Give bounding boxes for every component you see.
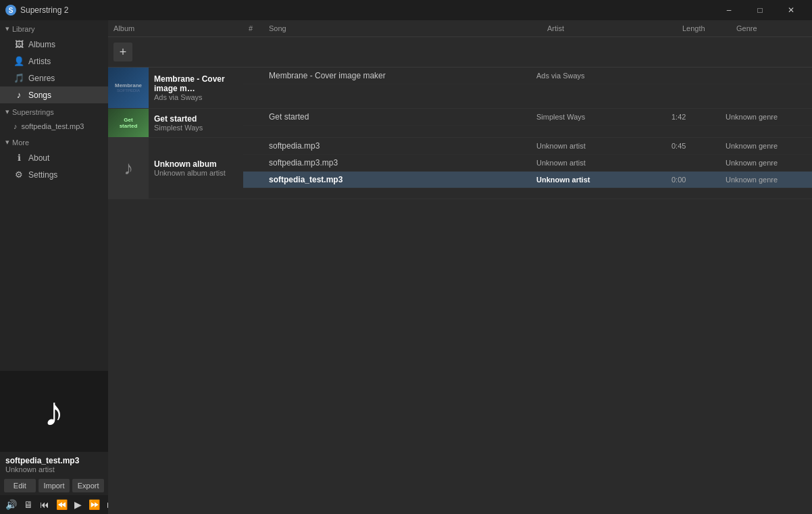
sidebar-item-artists[interactable]: 👤 Artists — [0, 53, 108, 70]
titlebar: S Superstring 2 – □ ✕ — [0, 0, 812, 20]
library-label: Library — [12, 25, 35, 33]
sidebar-file-item[interactable]: ♪ softpedia_test.mp3 — [0, 119, 108, 134]
now-playing-info: softpedia_test.mp3 Unknown artist — [0, 452, 108, 476]
album-art-unknown: ♪ — [108, 138, 149, 199]
album-thumb-unknown: ♪ — [108, 138, 149, 199]
col-song: Song — [263, 24, 542, 32]
album-tracks-membrane: Membrane - Cover image maker Ads via Swa… — [243, 68, 812, 108]
track-row[interactable]: softpedia.mp3.mp3 Unknown artist Unknown… — [243, 155, 812, 172]
track-name: softpedia.mp3 — [269, 141, 536, 151]
track-genre: Unknown genre — [726, 176, 807, 184]
export-button[interactable]: Export — [72, 479, 104, 492]
screen-button[interactable]: 🖥 — [22, 498, 34, 511]
track-length: 1:42 — [671, 113, 726, 121]
track-genre: Unknown genre — [726, 113, 807, 121]
play-button[interactable]: ▶ — [73, 498, 83, 511]
edit-button[interactable]: Edit — [4, 479, 36, 492]
track-length: 0:45 — [671, 142, 726, 150]
track-row[interactable]: softpedia.mp3 Unknown artist 0:45 Unknow… — [243, 138, 812, 155]
artists-icon: 👤 — [14, 56, 24, 66]
content: Album # Song Artist Length Genre + Membr… — [108, 20, 812, 514]
now-playing-buttons: Edit Import Export — [0, 476, 108, 495]
more-section-header[interactable]: ▾ More — [0, 134, 108, 149]
sidebar-genres-label: Genres — [28, 74, 55, 83]
sidebar-file-label: softpedia_test.mp3 — [22, 122, 84, 130]
sidebar-settings-label: Settings — [28, 170, 57, 180]
album-row-unknown: ♪ Unknown album Unknown album artist sof… — [108, 138, 812, 199]
now-playing-title: softpedia_test.mp3 — [5, 456, 103, 465]
track-row[interactable]: Membrane - Cover image maker Ads via Swa… — [243, 68, 812, 84]
sidebar: ▾ Library 🖼 Albums 👤 Artists 🎵 Genres ♪ … — [0, 20, 108, 514]
chevron-down-icon: ▾ — [5, 24, 9, 33]
track-name-active: softpedia_test.mp3 — [269, 175, 536, 184]
songs-icon: ♪ — [14, 90, 24, 100]
track-artist: Ads via Sways — [536, 72, 671, 80]
track-name: Get started — [269, 112, 536, 122]
main: ▾ Library 🖼 Albums 👤 Artists 🎵 Genres ♪ … — [0, 20, 812, 514]
album-artist-getstarted: Simplest Ways — [154, 124, 238, 132]
sidebar-artists-label: Artists — [28, 57, 51, 66]
genres-icon: 🎵 — [14, 73, 24, 83]
track-genre: Unknown genre — [726, 142, 807, 150]
add-album-button[interactable]: + — [113, 43, 132, 61]
sidebar-songs-label: Songs — [28, 91, 51, 100]
album-row-getstarted: Getstarted Get started Simplest Ways Get… — [108, 109, 812, 138]
settings-icon: ⚙ — [14, 170, 24, 180]
maximize-button[interactable]: □ — [744, 0, 776, 20]
track-artist: Unknown artist — [536, 159, 671, 167]
album-name-unknown: Unknown album — [154, 159, 238, 169]
track-name: Membrane - Cover image maker — [269, 71, 536, 80]
minimize-button[interactable]: – — [713, 0, 744, 20]
track-name: softpedia.mp3.mp3 — [269, 158, 536, 168]
track-genre: Unknown genre — [726, 159, 807, 167]
file-music-icon: ♪ — [14, 122, 18, 130]
sidebar-item-about[interactable]: ℹ About — [0, 149, 108, 166]
track-artist: Unknown artist — [536, 142, 671, 150]
chevron-down-icon-3: ▾ — [5, 138, 9, 147]
track-artist-active: Unknown artist — [536, 176, 671, 184]
titlebar-left: S Superstring 2 — [5, 5, 68, 16]
sidebar-item-albums[interactable]: 🖼 Albums — [0, 36, 108, 53]
col-num: # — [243, 24, 263, 32]
import-button[interactable]: Import — [39, 479, 70, 492]
col-artist: Artist — [542, 24, 677, 32]
more-label: More — [12, 138, 29, 147]
col-genre: Genre — [731, 24, 812, 32]
album-thumb-membrane: Membrane SOFTPEDIA — [108, 68, 149, 108]
album-name-getstarted: Get started — [154, 114, 238, 124]
tracks-area: Membrane SOFTPEDIA Membrane - Cover imag… — [108, 68, 812, 514]
close-button[interactable]: ✕ — [776, 0, 807, 20]
now-playing-panel: ♪ softpedia_test.mp3 Unknown artist Edit… — [0, 371, 108, 514]
col-length: Length — [677, 24, 731, 32]
album-tracks-getstarted: Get started Simplest Ways 1:42 Unknown g… — [243, 109, 812, 137]
album-tracks-unknown: softpedia.mp3 Unknown artist 0:45 Unknow… — [243, 138, 812, 199]
album-art-membrane: Membrane SOFTPEDIA — [108, 68, 149, 108]
forward-button[interactable]: ⏩ — [87, 498, 101, 511]
prev-button[interactable]: ⏮ — [39, 498, 51, 511]
sidebar-item-songs[interactable]: ♪ Songs — [0, 86, 108, 103]
about-icon: ℹ — [14, 153, 24, 163]
album-artist-membrane: Ads via Sways — [154, 93, 238, 101]
album-name-membrane: Membrane - Cover image m… — [154, 74, 238, 93]
album-art-getstarted: Getstarted — [108, 109, 149, 137]
sidebar-about-label: About — [28, 153, 49, 163]
albums-icon: 🖼 — [14, 39, 24, 49]
rewind-button[interactable]: ⏪ — [55, 498, 69, 511]
sidebar-albums-label: Albums — [28, 40, 55, 49]
music-note-icon: ♪ — [44, 388, 64, 435]
now-playing-art: ♪ — [0, 371, 108, 452]
track-row-active[interactable]: softpedia_test.mp3 Unknown artist 0:00 U… — [243, 172, 812, 188]
library-section-header[interactable]: ▾ Library — [0, 20, 108, 36]
volume-button[interactable]: 🔊 — [4, 498, 18, 511]
track-row[interactable]: Get started Simplest Ways 1:42 Unknown g… — [243, 109, 812, 126]
superstrings-section-header[interactable]: ▾ Superstrings — [0, 103, 108, 119]
album-info-getstarted: Get started Simplest Ways — [149, 109, 243, 137]
album-info-membrane: Membrane - Cover image m… Ads via Sways — [149, 68, 243, 108]
superstrings-label: Superstrings — [12, 108, 54, 116]
col-album: Album — [108, 24, 243, 32]
titlebar-title: Superstring 2 — [20, 5, 68, 15]
track-artist: Simplest Ways — [536, 113, 671, 121]
sidebar-item-settings[interactable]: ⚙ Settings — [0, 166, 108, 183]
music-placeholder-icon: ♪ — [124, 157, 133, 179]
sidebar-item-genres[interactable]: 🎵 Genres — [0, 70, 108, 86]
